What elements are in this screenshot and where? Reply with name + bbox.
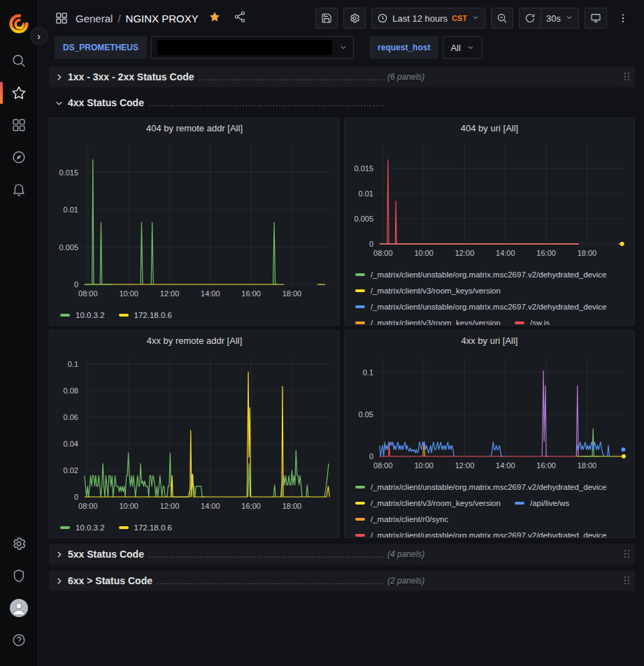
navbar: General / NGINX PROXY	[38, 0, 644, 36]
chevron-down-icon	[466, 43, 475, 52]
panel-legend: /_matrix/client/unstable/org.matrix.msc2…	[348, 265, 631, 325]
zoom-out-time-button[interactable]	[491, 8, 513, 29]
search-icon	[11, 53, 27, 68]
panel-legend: /_matrix/client/unstable/org.matrix.msc2…	[348, 477, 631, 537]
breadcrumb-separator: /	[117, 13, 120, 24]
svg-text:0.1: 0.1	[68, 360, 78, 368]
legend-label: 172.18.0.6	[134, 523, 172, 532]
legend-item[interactable]: /_matrix/client/v3/room_keys/version	[355, 282, 501, 298]
svg-text:10:00: 10:00	[414, 249, 434, 257]
legend-swatch	[355, 305, 365, 308]
legend-item[interactable]: /_matrix/client/unstable/org.matrix.msc2…	[355, 298, 607, 314]
row-leader-dots: ........................................…	[148, 99, 385, 108]
sidebar-item-configuration[interactable]	[0, 528, 38, 560]
legend-swatch	[355, 486, 365, 488]
svg-text:0.015: 0.015	[354, 164, 373, 173]
breadcrumb: General / NGINX PROXY	[76, 13, 199, 24]
panel-title[interactable]: 4xx by remote addr [All]	[53, 331, 336, 350]
dashboard-settings-button[interactable]	[343, 8, 366, 29]
time-range-label: Last 12 hours	[392, 13, 448, 24]
svg-text:0.1: 0.1	[363, 368, 373, 377]
row-drag-handle-icon[interactable]	[623, 575, 631, 587]
legend-label: /_matrix/client/unstable/org.matrix.msc2…	[371, 531, 607, 538]
refresh-interval-dropdown[interactable]: 30s	[541, 8, 579, 29]
legend-swatch	[355, 518, 365, 521]
sidebar-expand-button[interactable]: ›	[30, 27, 48, 45]
legend-item[interactable]: 10.0.3.2	[60, 307, 105, 323]
row-drag-handle-icon[interactable]	[623, 71, 631, 83]
chevron-down-icon	[565, 13, 573, 24]
legend-item[interactable]: 172.18.0.6	[119, 307, 172, 323]
legend-item[interactable]: /_matrix/client/unstable/org.matrix.msc2…	[355, 266, 607, 282]
time-range-picker[interactable]: Last 12 hours CST	[371, 8, 485, 29]
dashboard-row-header[interactable]: 5xx Status Code.........................…	[49, 544, 635, 565]
row-title: 6xx > Status Code	[68, 575, 152, 586]
star-filled-icon	[208, 10, 221, 23]
breadcrumb-folder[interactable]: General	[76, 13, 113, 24]
legend-item[interactable]: 10.0.3.2	[60, 519, 105, 535]
save-dashboard-button[interactable]	[315, 8, 338, 29]
row-leader-dots: ........................................…	[199, 73, 385, 82]
sidebar-item-search[interactable]	[0, 45, 38, 77]
legend-label: /sw.js	[530, 319, 550, 326]
sidebar-item-server-admin[interactable]	[0, 560, 38, 592]
chevron-down-icon	[339, 43, 348, 52]
legend-item[interactable]: /sw.js	[515, 314, 550, 325]
legend-item[interactable]: 172.18.0.6	[119, 519, 172, 535]
panel: 4xx by remote addr [All]00.020.040.060.0…	[49, 330, 340, 538]
panel-title[interactable]: 4xx by uri [All]	[348, 331, 631, 350]
chevron-right-icon	[55, 73, 64, 82]
legend-label: /_matrix/client/unstable/org.matrix.msc2…	[371, 303, 607, 311]
sidebar-item-starred[interactable]	[0, 77, 38, 109]
row-drag-handle-icon[interactable]	[623, 549, 631, 560]
legend-item[interactable]: /_matrix/client/r0/sync	[355, 511, 448, 527]
row-title: 5xx Status Code	[68, 549, 144, 560]
row-title: 4xx Status Code	[68, 97, 144, 108]
monitor-icon	[590, 13, 601, 24]
svg-text:14:00: 14:00	[496, 249, 515, 257]
sidebar-item-explore[interactable]	[0, 141, 38, 173]
more-options-menu[interactable]	[613, 8, 634, 29]
panel-title[interactable]: 404 by uri [All]	[348, 118, 631, 138]
svg-text:18:00: 18:00	[578, 461, 597, 470]
svg-text:12:00: 12:00	[160, 289, 180, 298]
sidebar-item-profile[interactable]	[0, 592, 38, 624]
sidebar-item-alerting[interactable]	[0, 173, 38, 205]
dashboard-row-header[interactable]: 4xx Status Code.........................…	[49, 93, 635, 113]
variable-label-request-host[interactable]: request_host	[369, 36, 438, 59]
variable-label-ds-prometheus[interactable]: DS_PROMETHEUS	[55, 36, 147, 59]
svg-text:0.01: 0.01	[64, 205, 78, 214]
refresh-interval-label: 30s	[546, 13, 561, 24]
row-panel-count: (4 panels)	[387, 549, 424, 559]
cycle-view-mode-button[interactable]	[585, 8, 607, 29]
svg-text:0: 0	[369, 240, 373, 248]
svg-text:0.02: 0.02	[64, 466, 78, 475]
variable-value-request-host[interactable]: All	[443, 36, 482, 59]
legend-item[interactable]: /api/live/ws	[515, 495, 569, 511]
favorite-star-button[interactable]	[208, 10, 221, 26]
variable-value-ds-prometheus[interactable]	[151, 36, 354, 59]
timezone-label: CST	[452, 14, 467, 22]
row-header-left: 6xx > Status Code.......................…	[55, 575, 385, 586]
svg-text:16:00: 16:00	[536, 249, 556, 257]
svg-text:10:00: 10:00	[119, 289, 138, 298]
legend-label: /_matrix/client/r0/sync	[371, 515, 448, 523]
legend-item[interactable]: /_matrix/client/unstable/org.matrix.msc2…	[355, 479, 607, 495]
legend-item[interactable]: /_matrix/client/unstable/org.matrix.msc2…	[355, 527, 607, 537]
panel-title[interactable]: 404 by remote addr [All]	[53, 118, 336, 138]
svg-text:0.015: 0.015	[59, 168, 78, 177]
svg-text:16:00: 16:00	[536, 461, 556, 470]
svg-text:08:00: 08:00	[78, 502, 98, 510]
dashboard-row-header[interactable]: 1xx - 3xx - 2xx Status Code.............…	[49, 66, 635, 87]
sidebar-item-help[interactable]	[0, 624, 38, 656]
dashboard-row-header[interactable]: 6xx > Status Code.......................…	[49, 570, 635, 591]
legend-item[interactable]: /_matrix/client/v3/room_keys/version	[355, 314, 501, 325]
legend-swatch	[515, 502, 524, 505]
refresh-dashboard-button[interactable]	[519, 8, 541, 29]
share-dashboard-button[interactable]	[234, 10, 246, 26]
legend-item[interactable]: /_matrix/client/v3/room_keys/version	[355, 495, 501, 511]
svg-text:14:00: 14:00	[496, 461, 515, 470]
sidebar-item-dashboards[interactable]	[0, 109, 38, 141]
svg-text:18:00: 18:00	[282, 289, 302, 298]
main-area: General / NGINX PROXY	[38, 0, 644, 666]
